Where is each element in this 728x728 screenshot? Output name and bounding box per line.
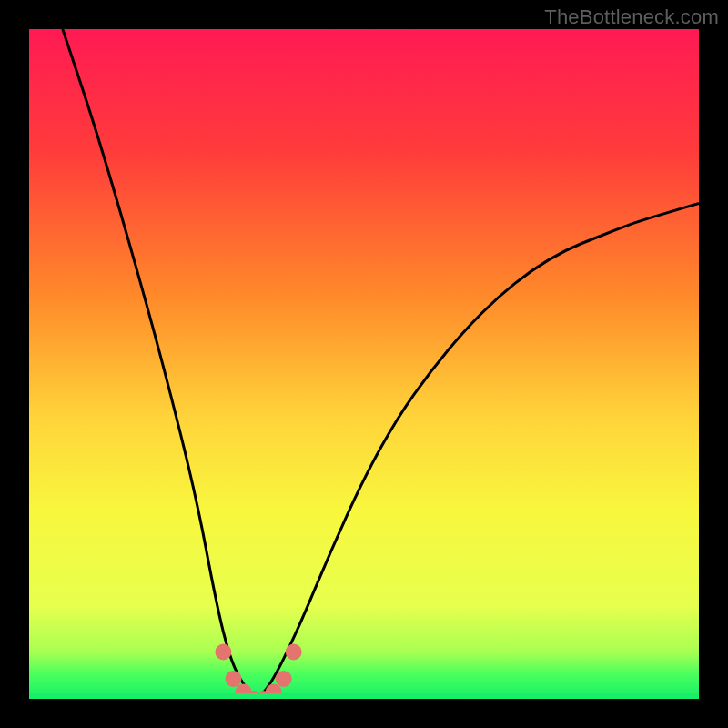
valley-marker bbox=[215, 644, 231, 661]
curve-layer bbox=[29, 29, 699, 699]
plot-area bbox=[29, 29, 699, 699]
green-band bbox=[29, 693, 699, 699]
valley-marker bbox=[286, 644, 302, 661]
black-curve bbox=[63, 29, 699, 695]
valley-markers bbox=[215, 644, 301, 700]
chart-frame: TheBottleneck.com bbox=[0, 0, 728, 728]
valley-marker bbox=[226, 671, 242, 687]
watermark-text: TheBottleneck.com bbox=[544, 5, 719, 29]
valley-marker bbox=[276, 671, 292, 687]
